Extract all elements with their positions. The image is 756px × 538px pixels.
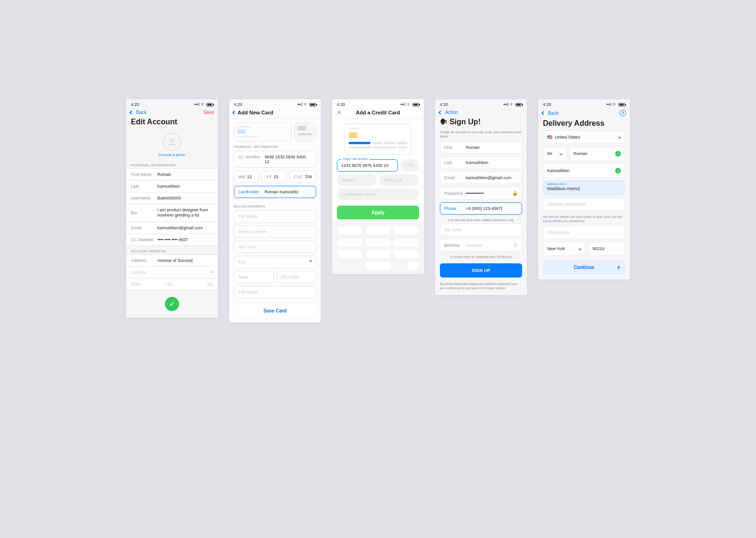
- save-card-button[interactable]: Save Card: [234, 304, 316, 318]
- subtitle: Create an account so you can order your …: [435, 129, 527, 141]
- backspace-key[interactable]: [408, 261, 419, 270]
- key[interactable]: [337, 226, 363, 235]
- apt-input[interactable]: Apt / Unit: [234, 241, 316, 253]
- cvc-input[interactable]: CVC709: [290, 171, 316, 183]
- key[interactable]: [393, 226, 419, 235]
- chevron-down-icon: [618, 135, 621, 139]
- bday-hint: To know when to celebrate and SPAM you: [435, 254, 527, 260]
- last-input[interactable]: LastKamushken: [440, 156, 522, 169]
- key[interactable]: [365, 238, 391, 247]
- city-select[interactable]: City: [234, 256, 316, 268]
- chevron-down-icon: [559, 152, 563, 155]
- bio-row[interactable]: BioI am product designer from nowhere gr…: [126, 204, 218, 222]
- check-icon: ✓: [615, 168, 621, 174]
- phone-signup: 4:20 ••ılᯤ Action 🗣 Sign Up! Create an a…: [435, 99, 527, 295]
- lock-icon: 🔒: [512, 191, 518, 196]
- status-bar: 4:20 ••ılᯤ: [126, 99, 218, 108]
- card-preview: [234, 122, 292, 141]
- street-input[interactable]: Street Address: [234, 226, 316, 238]
- key[interactable]: [365, 226, 391, 235]
- email-input[interactable]: Emailkamushken@gmail.com: [440, 172, 522, 184]
- cvc-input[interactable]: CVC: [401, 159, 419, 172]
- back-button[interactable]: Back: [130, 110, 146, 115]
- address1-input[interactable]: Address Line 1 Maddison Avenu|: [543, 181, 625, 195]
- chevron-down-icon: [309, 259, 312, 262]
- save-button[interactable]: Save: [203, 110, 214, 115]
- country-select[interactable]: 🇺🇸 United States: [543, 130, 625, 144]
- full-name-2-input[interactable]: Full Name: [234, 286, 316, 298]
- last-name-row[interactable]: LastKamushken: [126, 180, 218, 192]
- country-row[interactable]: Country: [126, 266, 218, 278]
- credit-card-preview: [344, 123, 412, 155]
- phone-edit-account: 4:20 ••ılᯤ Back Save Edit Account Choose…: [126, 99, 218, 318]
- first-input[interactable]: FirstRoman: [440, 141, 522, 154]
- calendar-icon: 🗓: [513, 243, 518, 248]
- nav-bar: Add New Card: [229, 108, 321, 119]
- close-button[interactable]: ✕: [337, 109, 342, 116]
- address2-input[interactable]: Address second line: [543, 198, 625, 211]
- mm-input[interactable]: MM12: [234, 171, 259, 183]
- cardholder-input[interactable]: Cardholder Name: [337, 189, 419, 200]
- note: We will not deliver our ship closer to y…: [538, 214, 630, 226]
- chevron-left-icon: [129, 110, 133, 114]
- choose-photo-link[interactable]: Choose a photo: [126, 153, 218, 160]
- nav-title: Add a Credit Card: [356, 110, 400, 115]
- phone-hint: For security and order related questions…: [435, 217, 527, 224]
- key[interactable]: [393, 250, 419, 259]
- page-title: Delivery Address: [538, 119, 630, 130]
- apply-button[interactable]: Apply: [337, 206, 419, 219]
- key-zero[interactable]: [364, 261, 391, 270]
- chevron-left-icon: [438, 110, 442, 114]
- placeholder-input[interactable]: Placeholder: [543, 226, 625, 239]
- chip-icon: [349, 132, 357, 138]
- zip-input[interactable]: 90210: [588, 242, 625, 255]
- birthday-input[interactable]: BirthdayOptional🗓: [440, 239, 522, 252]
- billing-zip-input[interactable]: Billing Zip: [379, 174, 419, 186]
- section-delivery: DELIVERY ADDRESS: [126, 246, 218, 254]
- avatar-placeholder[interactable]: [163, 133, 181, 151]
- zip-input[interactable]: ZIP Code: [276, 271, 316, 283]
- section-financial: FINANCIAL INFORMATION: [229, 141, 321, 150]
- nav-bar: ✕ Add a Credit Card: [332, 108, 424, 119]
- full-name-input[interactable]: Full Name: [234, 210, 316, 223]
- email-row[interactable]: Emailkamushken@gmail.com: [126, 222, 218, 234]
- state-city-zip-row[interactable]: State City Zip: [126, 278, 218, 290]
- title-select[interactable]: Mr: [543, 147, 567, 161]
- chevron-right-icon: [210, 270, 214, 274]
- key[interactable]: [337, 238, 363, 247]
- help-button[interactable]: ?: [619, 110, 626, 116]
- svg-point-0: [170, 139, 173, 142]
- key[interactable]: [365, 250, 391, 259]
- cc-number-row[interactable]: CC Number•••• •••• •••• 8937: [126, 234, 218, 246]
- zip-input[interactable]: Zip Code: [440, 224, 522, 236]
- status-bar: 4:20 ••ılᯤ: [538, 99, 630, 108]
- yy-input[interactable]: YY23: [262, 171, 287, 183]
- address-row[interactable]: AddressAvenue of Succes|: [126, 254, 218, 266]
- phone-input[interactable]: Phone+8 (800) 123-4567|: [440, 202, 522, 215]
- state-input[interactable]: State: [234, 271, 274, 283]
- first-name-input[interactable]: Roman✓: [569, 147, 625, 161]
- numeric-keyboard: [332, 222, 424, 261]
- cardholder-input[interactable]: CardholderRoman Kamushk|: [234, 186, 316, 198]
- password-input[interactable]: Password••••••••••••🔒: [440, 187, 522, 200]
- key[interactable]: [393, 238, 419, 247]
- continue-button[interactable]: Continue: [543, 260, 625, 275]
- phone-add-credit-card: 4:20 ••ılᯤ ✕ Add a Credit Card Credit Ca…: [332, 99, 424, 274]
- cc-number-input[interactable]: Credit Card Number 1234 5678 9876 5432 1…: [337, 159, 398, 172]
- cc-number-input[interactable]: CC Number9836 1532 0932 9400 12: [234, 151, 316, 168]
- expires-input[interactable]: Expires: [337, 174, 377, 186]
- first-name-row[interactable]: First NameRoman: [126, 168, 218, 180]
- section-billing: BILLING ADDRESS: [229, 201, 321, 209]
- chevron-right-icon: [617, 266, 620, 269]
- last-name-input[interactable]: Kamushken✓: [543, 164, 625, 178]
- signup-button[interactable]: SIGN UP: [440, 263, 522, 278]
- key[interactable]: [337, 250, 363, 259]
- city-select[interactable]: New York: [543, 242, 585, 255]
- card-preview-carousel[interactable]: [229, 119, 321, 141]
- action-button[interactable]: Action: [439, 110, 458, 115]
- back-button[interactable]: Back: [542, 111, 558, 116]
- flag-icon: 🇺🇸: [547, 135, 552, 139]
- confirm-button[interactable]: ✓: [165, 297, 179, 311]
- username-row[interactable]: UsernameBobrick5000: [126, 192, 218, 204]
- back-button[interactable]: Add New Card: [233, 110, 273, 115]
